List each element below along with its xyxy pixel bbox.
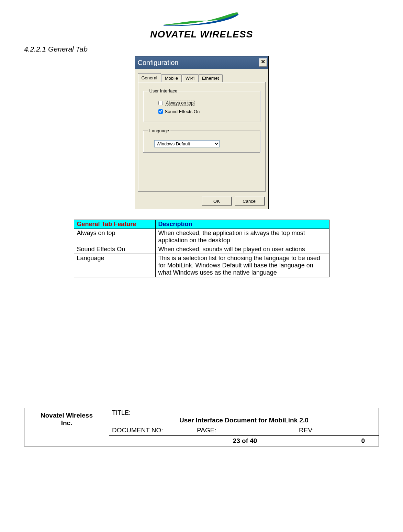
tab-strip: General Mobile Wi-fi Ethernet [135,69,268,82]
cancel-button[interactable]: Cancel [235,197,265,206]
rev-value: 0 [296,436,379,446]
group-user-interface-legend: User Interface [148,88,179,93]
close-icon[interactable]: ✕ [259,58,267,67]
feature-cell: Always on top [74,229,155,245]
company-cell: Novatel Wireless Inc. [24,408,109,446]
feature-table-header-feature: General Tab Feature [74,220,155,229]
logo: NOVATEL WIRELESS [24,7,379,40]
title-label: TITLE: [112,409,131,416]
checkbox-sound-effects-label: Sound Effects On [165,109,200,114]
language-select[interactable]: Windows Default [154,140,220,147]
dialog-titlebar: Configuration ✕ [135,56,268,69]
section-heading: 4.2.2.1 General Tab [24,45,379,53]
feature-table-header-description: Description [155,220,329,229]
feature-table: General Tab Feature Description Always o… [74,220,329,277]
table-row: Sound Effects On When checked, sounds wi… [74,245,329,254]
group-user-interface: User Interface Always on top Sound Effec… [143,88,260,122]
dialog-title: Configuration [138,59,179,67]
feature-cell: Language [74,254,155,277]
rev-label: REV: [296,425,379,436]
tab-mobile[interactable]: Mobile [161,74,182,82]
configuration-dialog: Configuration ✕ General Mobile Wi-fi Eth… [135,56,269,209]
description-cell: When checked, sounds will be played on u… [155,245,329,254]
group-language-legend: Language [148,128,171,133]
table-row: Language This is a selection list for ch… [74,254,329,277]
page-label: PAGE: [194,425,296,436]
group-language: Language Windows Default [143,128,260,153]
brand-text: NOVATEL WIRELESS [150,29,253,40]
doc-footer-table: Novatel Wireless Inc. TITLE: User Interf… [24,408,379,446]
title-value: User Interface Document for MobiLink 2.0 [112,417,376,424]
description-cell: When checked, the application is always … [155,229,329,245]
tab-wifi[interactable]: Wi-fi [182,74,198,82]
feature-cell: Sound Effects On [74,245,155,254]
company-name-line2: Inc. [61,419,72,426]
company-name-line1: Novatel Wireless [41,412,93,419]
checkbox-always-on-top-label: Always on top [165,100,195,106]
page-value: 23 of 40 [194,436,296,446]
swoosh-icon [160,7,243,27]
description-cell: This is a selection list for choosing th… [155,254,329,277]
tab-ethernet[interactable]: Ethernet [198,74,223,82]
table-row: Always on top When checked, the applicat… [74,229,329,245]
checkbox-always-on-top[interactable] [158,101,163,105]
tab-panel-general: User Interface Always on top Sound Effec… [138,82,266,192]
tab-general[interactable]: General [138,73,161,82]
ok-button[interactable]: OK [202,197,232,206]
checkbox-sound-effects[interactable] [158,109,163,114]
doc-no-label: DOCUMENT NO: [109,425,194,436]
